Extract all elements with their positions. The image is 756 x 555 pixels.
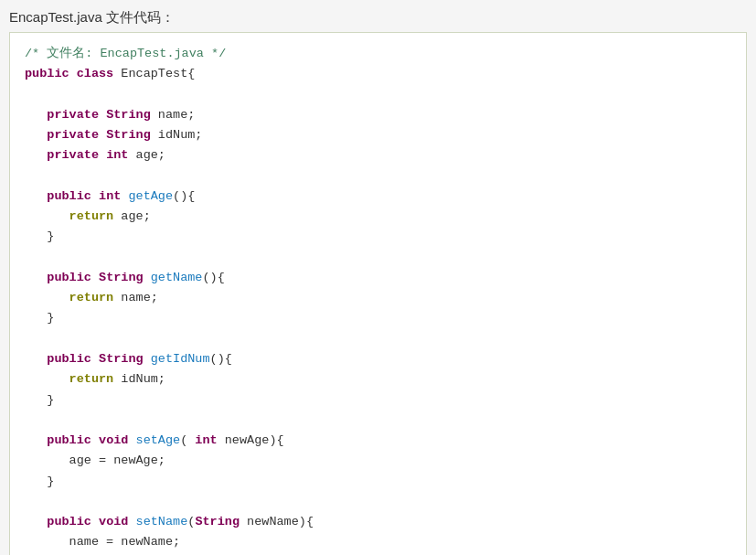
kw-return3: return xyxy=(69,372,114,386)
getname-paren: (){ xyxy=(202,271,224,284)
class-name: EncapTest{ xyxy=(121,67,195,80)
kw-void2: void xyxy=(99,515,128,528)
type-string2: String xyxy=(106,128,151,142)
kw-private3: private xyxy=(47,148,99,162)
getage-paren: (){ xyxy=(173,189,195,203)
comment-line: /* 文件名: EncapTest.java */ xyxy=(25,47,226,60)
setage-param: newAge){ xyxy=(218,433,284,447)
page-container: EncapTest.java 文件代码： /* 文件名: EncapTest.j… xyxy=(0,0,756,555)
setname-body: name = newName; xyxy=(69,535,181,549)
close-getname: } xyxy=(47,311,54,325)
method-setname: setName xyxy=(136,515,188,528)
field-age: age; xyxy=(136,148,165,162)
page-title: EncapTest.java 文件代码： xyxy=(9,9,747,27)
method-getidnum: getIdNum xyxy=(151,352,210,366)
kw-public6: public xyxy=(47,515,91,528)
ret-idnum: idNum; xyxy=(121,372,165,386)
field-name: name; xyxy=(158,108,196,122)
kw-return1: return xyxy=(69,209,114,223)
kw-public2: public xyxy=(47,189,91,203)
ret-name: name; xyxy=(121,291,158,304)
type-string1: String xyxy=(106,108,151,122)
field-idnum: idNum; xyxy=(158,128,203,142)
kw-public5: public xyxy=(47,433,91,447)
setname-param: newName){ xyxy=(240,515,314,528)
type-string4: String xyxy=(99,352,144,366)
ret-age: age; xyxy=(121,209,150,223)
method-getname: getName xyxy=(151,271,203,284)
type-int2: int xyxy=(99,189,121,203)
type-string5: String xyxy=(195,515,240,528)
kw-public4: public xyxy=(47,352,91,366)
kw-return2: return xyxy=(69,291,114,304)
type-int3: int xyxy=(195,433,217,447)
close-setage: } xyxy=(47,475,54,488)
type-int1: int xyxy=(106,148,128,162)
setage-body: age = newAge; xyxy=(69,454,165,467)
kw-public: public xyxy=(25,67,69,80)
kw-class: class xyxy=(77,67,114,80)
setage-paren-open: ( xyxy=(180,433,195,447)
kw-public3: public xyxy=(47,271,91,284)
close-getidnum: } xyxy=(47,393,54,407)
kw-private2: private xyxy=(47,128,99,142)
method-setage: setAge xyxy=(136,433,181,447)
method-getage: getAge xyxy=(128,189,173,203)
getidnum-paren: (){ xyxy=(210,352,232,366)
code-block: /* 文件名: EncapTest.java */ public class E… xyxy=(9,32,747,555)
kw-void1: void xyxy=(99,433,128,447)
kw-private1: private xyxy=(47,108,99,122)
type-string3: String xyxy=(99,271,144,284)
close-getage: } xyxy=(47,229,54,243)
